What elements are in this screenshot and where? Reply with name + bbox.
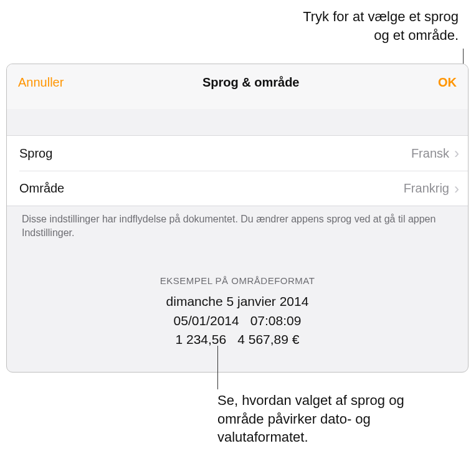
example-section: EKSEMPEL PÅ OMRÅDEFORMAT dimanche 5 janv… bbox=[7, 275, 468, 349]
settings-panel: Annuller Sprog & område OK Sprog Fransk … bbox=[6, 64, 469, 373]
callout-top-text: Tryk for at vælge et sprog og et område. bbox=[303, 9, 459, 43]
callout-line bbox=[217, 346, 218, 389]
ok-button[interactable]: OK bbox=[438, 72, 457, 90]
example-numbers: 1 234,564 567,89 € bbox=[7, 330, 468, 349]
example-short-date: 05/01/2014 bbox=[174, 313, 239, 328]
example-time: 07:08:09 bbox=[250, 313, 302, 328]
panel-title: Sprog & område bbox=[202, 72, 300, 90]
example-currency: 4 567,89 € bbox=[237, 332, 299, 346]
callout-top: Tryk for at vælge et sprog og et område. bbox=[303, 7, 459, 44]
example-long-date: dimanche 5 janvier 2014 bbox=[7, 292, 468, 311]
panel-header: Annuller Sprog & område OK bbox=[7, 64, 468, 109]
example-number: 1 234,56 bbox=[175, 332, 226, 346]
region-row[interactable]: Område Frankrig › bbox=[19, 171, 468, 206]
language-value: Fransk bbox=[411, 146, 449, 161]
chevron-right-icon: › bbox=[454, 181, 459, 196]
settings-list: Sprog Fransk › Område Frankrig › bbox=[7, 135, 468, 206]
callout-bottom: Se, hvordan valget af sprog og område på… bbox=[217, 391, 454, 447]
settings-footer-text: Disse indstillinger har indflydelse på d… bbox=[7, 206, 468, 239]
row-right: Fransk › bbox=[411, 146, 459, 161]
region-value: Frankrig bbox=[404, 181, 449, 196]
cancel-button[interactable]: Annuller bbox=[18, 72, 64, 90]
chevron-right-icon: › bbox=[454, 146, 459, 161]
language-label: Sprog bbox=[19, 146, 52, 161]
callout-bottom-text: Se, hvordan valget af sprog og område på… bbox=[217, 392, 404, 445]
language-row[interactable]: Sprog Fransk › bbox=[7, 136, 468, 171]
example-date-time: 05/01/201407:08:09 bbox=[7, 311, 468, 330]
example-header: EKSEMPEL PÅ OMRÅDEFORMAT bbox=[7, 275, 468, 286]
row-right: Frankrig › bbox=[404, 181, 459, 196]
region-label: Område bbox=[19, 181, 64, 196]
